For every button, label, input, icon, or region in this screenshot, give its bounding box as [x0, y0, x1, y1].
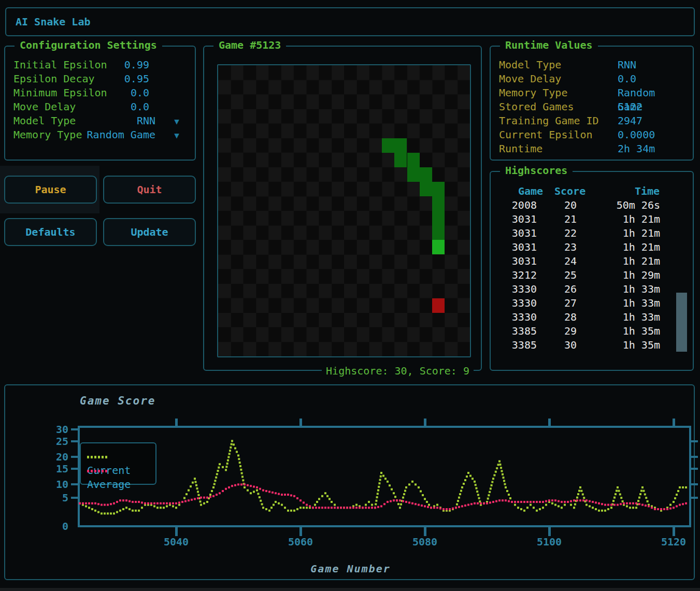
column-header-time: Time: [635, 184, 660, 198]
chart-panel: Game Score 30 25 20 15 10 5 0 5040 5060 …: [4, 384, 695, 580]
cell-game: 2008: [491, 198, 537, 212]
game-status-text: Highscore: 30, Score: 9: [322, 365, 474, 377]
runtime-training-game-id-label: Training Game ID: [499, 114, 599, 127]
legend-label-average: Average: [87, 478, 131, 491]
cell-time: 1h 21m: [577, 240, 660, 254]
game-board: [217, 64, 471, 357]
cell-game: 3385: [491, 324, 537, 338]
table-row[interactable]: 3385301h 35m: [491, 338, 693, 352]
window-bottom-edge: [0, 588, 700, 591]
table-row[interactable]: 3031211h 21m: [491, 212, 693, 226]
x-axis-tick: [299, 419, 302, 426]
config-row-minimum-epsilon[interactable]: Minimum Epsilon 0.0: [13, 86, 188, 100]
app-header: AI Snake Lab: [5, 7, 695, 36]
cell-score: 26: [537, 282, 577, 296]
y-axis-tick: [71, 428, 78, 430]
move-delay-label: Move Delay: [13, 100, 76, 113]
table-row[interactable]: 3330261h 33m: [491, 282, 693, 296]
y-axis-tick-right: [691, 456, 698, 458]
pause-button[interactable]: Pause: [4, 176, 97, 204]
cell-game: 3212: [491, 268, 537, 282]
cell-game: 3330: [491, 310, 537, 324]
runtime-runtime-label: Runtime: [499, 142, 542, 155]
highscores-panel: Highscores Game Score Time 20082050m 26s…: [490, 171, 694, 371]
xtick-label-5120: 5120: [648, 536, 699, 548]
table-row[interactable]: 3330281h 33m: [491, 310, 693, 324]
column-header-game: Game: [518, 184, 543, 198]
cell-game: 3330: [491, 296, 537, 310]
chevron-down-icon[interactable]: ▼: [174, 128, 179, 142]
config-row-epsilon-decay[interactable]: Epsilon Decay 0.95: [13, 72, 188, 86]
cell-time: 1h 35m: [577, 324, 660, 338]
y-axis-tick-right: [691, 440, 698, 442]
cell-score: 21: [537, 212, 577, 226]
epsilon-decay-field[interactable]: 0.95: [124, 72, 149, 86]
runtime-stored-games-value: 5122: [618, 100, 642, 114]
xtick-label-5060: 5060: [275, 536, 326, 548]
initial-epsilon-field[interactable]: 0.99: [124, 58, 149, 72]
table-row[interactable]: 3031221h 21m: [491, 226, 693, 240]
runtime-memory-type-label: Memory Type: [499, 87, 567, 99]
config-row-initial-epsilon[interactable]: Initial Epsilon 0.99: [13, 58, 188, 72]
x-axis-tick: [175, 527, 178, 536]
chevron-down-icon[interactable]: ▼: [174, 114, 179, 128]
table-row[interactable]: 20082050m 26s: [491, 198, 693, 212]
runtime-model-type-label: Model Type: [499, 59, 561, 71]
runtime-stored-games-label: Stored Games: [499, 100, 574, 113]
cell-score: 23: [537, 240, 577, 254]
chart-title: Game Score: [80, 395, 155, 407]
runtime-panel: Runtime Values Model Type RNN Move Delay…: [490, 46, 694, 161]
table-row[interactable]: 3385291h 35m: [491, 324, 693, 338]
snake-body-segment: [407, 167, 420, 182]
runtime-panel-title: Runtime Values: [500, 39, 598, 51]
cell-score: 29: [537, 324, 577, 338]
highscores-scrollbar-thumb[interactable]: [676, 293, 687, 352]
memory-type-select[interactable]: Random Game: [87, 128, 155, 142]
cell-score: 22: [537, 226, 577, 240]
cell-game: 3330: [491, 282, 537, 296]
app-title: AI Snake Lab: [16, 16, 91, 28]
runtime-model-type-value: RNN: [618, 58, 636, 72]
x-axis-title: Game Number: [5, 563, 696, 575]
ytick-label-5: 5: [32, 492, 68, 503]
ytick-label-30: 30: [32, 424, 68, 435]
snake-body-segment: [432, 225, 445, 240]
table-row[interactable]: 3031231h 21m: [491, 240, 693, 254]
cell-game: 3031: [491, 254, 537, 268]
cell-time: 1h 33m: [577, 310, 660, 324]
minimum-epsilon-field[interactable]: 0.0: [131, 86, 149, 100]
config-row-model-type[interactable]: Model Type RNN ▼: [13, 114, 188, 128]
xtick-label-5040: 5040: [150, 536, 202, 548]
epsilon-decay-label: Epsilon Decay: [13, 73, 95, 85]
config-row-memory-type[interactable]: Memory Type Random Game ▼: [13, 128, 188, 142]
move-delay-field[interactable]: 0.0: [131, 100, 149, 114]
table-row[interactable]: 3212251h 29m: [491, 268, 693, 282]
snake-body-segment: [394, 138, 407, 153]
y-axis-tick: [71, 440, 78, 442]
table-row[interactable]: 3031241h 21m: [491, 254, 693, 268]
quit-button[interactable]: Quit: [103, 176, 196, 204]
defaults-button[interactable]: Defaults: [4, 218, 97, 246]
xtick-label-5100: 5100: [523, 536, 575, 548]
x-axis-tick: [424, 419, 426, 426]
legend-item-current: Current: [87, 450, 155, 464]
config-row-move-delay[interactable]: Move Delay 0.0: [13, 100, 188, 114]
cell-score: 28: [537, 310, 577, 324]
highscores-panel-title: Highscores: [500, 164, 573, 177]
model-type-select[interactable]: RNN: [137, 114, 155, 128]
cell-game: 3031: [491, 240, 537, 254]
game-panel-title: Game #5123: [213, 39, 286, 51]
runtime-move-delay-value: 0.0: [618, 72, 636, 86]
memory-type-label: Memory Type: [13, 128, 82, 141]
x-axis-tick: [424, 527, 426, 536]
runtime-runtime-value: 2h 34m: [618, 142, 655, 156]
update-button[interactable]: Update: [103, 218, 196, 246]
ytick-label-20: 20: [32, 451, 68, 463]
cell-time: 1h 33m: [577, 282, 660, 296]
snake-body-segment: [420, 167, 432, 182]
snake-body-segment: [432, 196, 445, 211]
snake-body-segment: [382, 138, 394, 153]
table-row[interactable]: 3330271h 33m: [491, 296, 693, 310]
cell-score: 27: [537, 296, 577, 310]
snake-head: [432, 240, 445, 254]
